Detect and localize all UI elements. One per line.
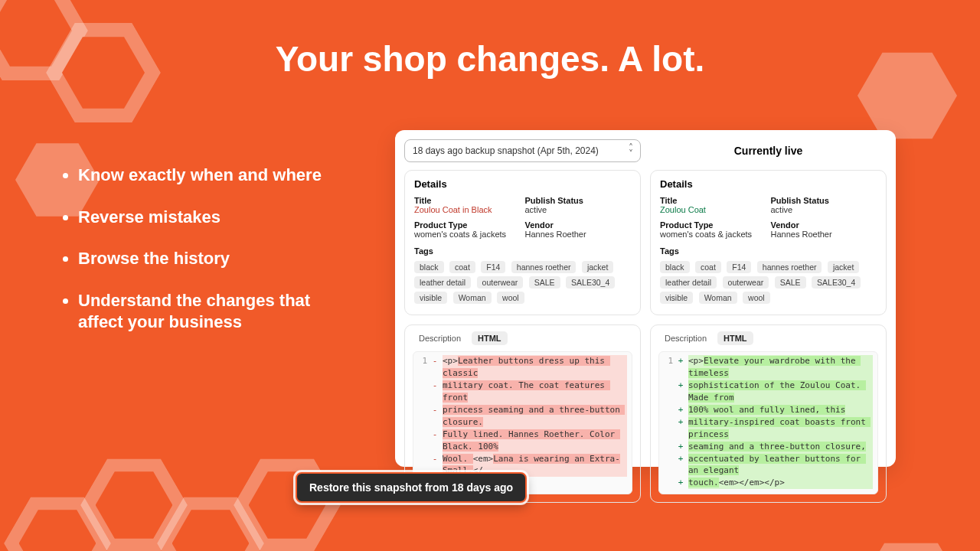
field-label-product-type: Product Type: [660, 220, 766, 230]
tag-pill: black: [414, 261, 444, 273]
snapshot-publish-status-value: active: [525, 205, 632, 214]
tag-pill: jacket: [582, 261, 613, 273]
field-label-vendor: Vendor: [771, 220, 877, 230]
tag-pill: wool: [743, 292, 770, 304]
diff-panel: 18 days ago backup snapshot (Apr 5th, 20…: [395, 130, 896, 467]
snapshot-title-value: Zoulou Coat in Black: [414, 205, 521, 214]
tag-pill: SALE30_4: [566, 276, 615, 289]
field-label-tags: Tags: [660, 246, 877, 256]
tag-pill: F14: [481, 261, 505, 273]
tag-pill: leather detail: [660, 276, 717, 289]
field-label-title: Title: [660, 196, 766, 205]
details-heading: Details: [660, 178, 877, 190]
live-details-card: Details Title Zoulou Coat Publish Status…: [650, 170, 887, 315]
tab-description[interactable]: Description: [413, 331, 467, 345]
snapshot-details-card: Details Title Zoulou Coat in Black Publi…: [404, 170, 641, 315]
restore-snapshot-button[interactable]: Restore this snapshot from 18 days ago: [296, 472, 527, 503]
line-number: 1: [664, 355, 673, 380]
live-tags: Tags black coat F14 hannes roether jacke…: [660, 246, 877, 305]
hexagon-decoration: [858, 536, 965, 551]
field-label-vendor: Vendor: [525, 220, 632, 230]
field-label-tags: Tags: [414, 246, 631, 256]
tag-pill: hannes roether: [757, 261, 822, 273]
bullet-item: Browse the history: [78, 248, 343, 270]
field-label-title: Title: [414, 196, 521, 205]
tab-html[interactable]: HTML: [472, 331, 508, 345]
tag-pill: Woman: [699, 292, 737, 304]
snapshot-tags: Tags black coat F14 hannes roether jacke…: [414, 246, 631, 305]
chevron-updown-icon: ˄˅: [629, 145, 632, 157]
tab-html[interactable]: HTML: [717, 331, 753, 345]
tag-pill: visible: [660, 292, 693, 304]
bullet-item: Reverse mistakes: [78, 207, 343, 229]
tag-pill: coat: [449, 261, 475, 273]
tag-pill: SALE: [775, 276, 806, 289]
field-label-publish-status: Publish Status: [771, 196, 877, 205]
live-vendor-value: Hannes Roether: [771, 230, 877, 239]
tag-pill: visible: [414, 292, 447, 304]
snapshot-select-value: 18 days ago backup snapshot (Apr 5th, 20…: [413, 145, 599, 156]
snapshot-vendor-value: Hannes Roether: [525, 230, 632, 239]
field-label-product-type: Product Type: [414, 220, 521, 230]
field-label-publish-status: Publish Status: [525, 196, 632, 205]
feature-bullets: Know exactly when and where Reverse mist…: [60, 165, 343, 354]
live-product-type-value: women's coats & jackets: [660, 230, 766, 239]
snapshot-product-type-value: women's coats & jackets: [414, 230, 521, 239]
tab-description[interactable]: Description: [658, 331, 713, 345]
tag-pill: outerwear: [723, 276, 769, 289]
currently-live-label: Currently live: [650, 145, 887, 157]
tag-pill: Woman: [453, 292, 492, 304]
page-headline: Your shop changes. A lot.: [0, 38, 980, 80]
tag-pill: hannes roether: [511, 261, 577, 273]
bullet-item: Understand the changes that affect your …: [78, 290, 343, 334]
tag-pill: outerwear: [477, 276, 524, 289]
line-number: 1: [418, 355, 427, 380]
tag-pill: SALE: [529, 276, 560, 289]
tag-pill: coat: [695, 261, 721, 273]
tag-pill: wool: [497, 292, 524, 304]
live-title-value: Zoulou Coat: [660, 205, 766, 214]
bullet-item: Know exactly when and where: [78, 165, 343, 187]
live-description-card: Description HTML 1+<p>Elevate your wardr…: [650, 324, 887, 503]
tag-pill: SALE30_4: [812, 276, 861, 289]
tag-pill: leather detail: [414, 276, 471, 289]
diff-code-added: 1+<p>Elevate your wardrobe with the time…: [658, 351, 878, 494]
live-publish-status-value: active: [771, 205, 877, 214]
details-heading: Details: [414, 178, 631, 190]
tag-pill: F14: [727, 261, 751, 273]
snapshot-select[interactable]: 18 days ago backup snapshot (Apr 5th, 20…: [404, 139, 641, 162]
tag-pill: jacket: [828, 261, 859, 273]
tag-pill: black: [660, 261, 690, 273]
